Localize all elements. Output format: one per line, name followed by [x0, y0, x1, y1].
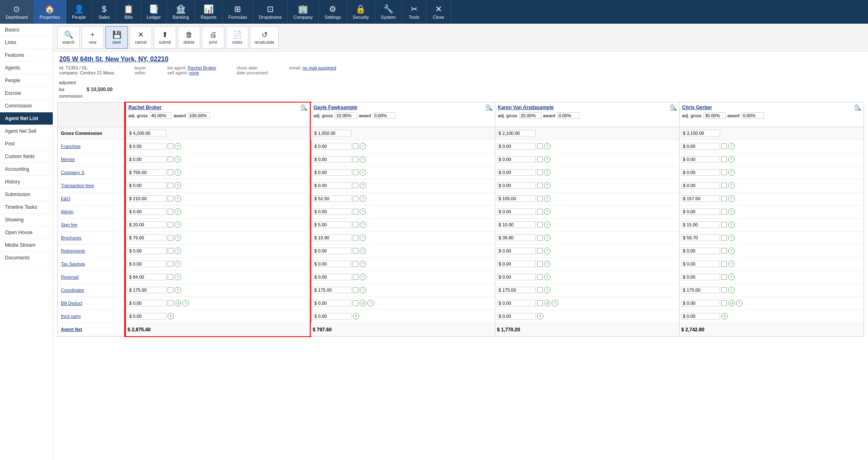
agent-3-admin-input[interactable] — [681, 208, 720, 215]
agent-3-third-party-input[interactable] — [681, 313, 720, 319]
agent-3-reversal-q[interactable]: ? — [728, 274, 735, 280]
agent-3-transaction-check[interactable] — [721, 183, 727, 188]
agent-1-bill-deduct-q[interactable]: ? — [367, 300, 374, 306]
agent-3-mentor-q[interactable]: ? — [728, 156, 735, 163]
agent-3-sign-fee-input[interactable] — [681, 221, 720, 228]
agent-1-eo-input[interactable] — [313, 195, 351, 202]
search-button[interactable]: 🔍 search — [57, 26, 80, 49]
agent-3-brochures-check[interactable] — [721, 235, 727, 241]
sidebar-item-features[interactable]: Features — [0, 49, 53, 62]
agent-0-sign-fee-check[interactable] — [168, 222, 173, 228]
agent-1-coordinator-check[interactable] — [353, 287, 358, 293]
agent-0-bill-deduct-check[interactable] — [168, 300, 173, 306]
agent-0-reversal-q[interactable]: ? — [174, 274, 181, 280]
bill-deduct-label[interactable]: Bill Deduct — [58, 297, 125, 310]
agent-0-award[interactable] — [188, 112, 210, 119]
print-button[interactable]: 🖨 print — [202, 26, 224, 49]
agent-2-company-s-check[interactable] — [537, 170, 543, 175]
agent-1-mentor-input[interactable] — [313, 156, 351, 163]
mentor-label[interactable]: Mentor — [58, 153, 125, 166]
agent-0-third-party-plus[interactable]: + — [168, 313, 174, 319]
agent-2-bill-deduct-q[interactable]: ? — [552, 300, 558, 306]
agent-2-eo-check[interactable] — [537, 196, 543, 201]
agent-2-brochures-check[interactable] — [537, 235, 543, 241]
agent-2-admin-check[interactable] — [537, 209, 543, 214]
agent-1-search-icon[interactable]: 🔍 — [485, 104, 492, 111]
agent-2-tax-savings-input[interactable] — [497, 261, 536, 267]
nav-dropdowns[interactable]: ⊡ Dropdowns — [253, 0, 288, 24]
agent-1-adj-gross[interactable] — [335, 112, 357, 119]
admin-label[interactable]: Admin — [58, 205, 125, 219]
agent-2-bill-deduct-refresh[interactable]: ↺ — [544, 300, 550, 306]
nav-settings[interactable]: ⚙ Settings — [319, 0, 347, 24]
agent-2-reversal-check[interactable] — [537, 274, 543, 280]
agent-0-franchise-input[interactable] — [128, 143, 166, 150]
nav-reports[interactable]: 📊 Reports — [195, 0, 223, 24]
agent-2-tax-savings-q[interactable]: ? — [544, 261, 550, 267]
agent-1-eo-check[interactable] — [353, 196, 358, 201]
agent-2-retirements-input[interactable] — [497, 248, 536, 254]
list-agent-link[interactable]: Rachel Broker — [188, 65, 217, 70]
agent-net-label[interactable]: Agent Net — [58, 323, 125, 336]
agent-1-coordinator-q[interactable]: ? — [360, 287, 366, 293]
agent-0-retirements-q[interactable]: ? — [174, 248, 181, 254]
sidebar-item-basics[interactable]: Basics — [0, 24, 53, 36]
agent-2-franchise-q[interactable]: ? — [544, 143, 550, 150]
coordinator-label[interactable]: Coordinator — [58, 284, 125, 297]
agent-2-sign-fee-input[interactable] — [497, 221, 536, 228]
nav-ledger[interactable]: 📑 Ledger — [141, 0, 167, 24]
notes-button[interactable]: 📄 notes — [226, 26, 248, 49]
agent-2-company-s-input[interactable] — [497, 169, 536, 176]
agent-2-brochures-input[interactable] — [497, 234, 536, 241]
agent-3-coordinator-input[interactable] — [681, 287, 720, 293]
nav-sales[interactable]: $ Sales — [92, 0, 116, 24]
agent-2-coordinator-check[interactable] — [537, 287, 543, 293]
agent-1-mentor-q[interactable]: ? — [360, 156, 366, 163]
agent-1-franchise-q[interactable]: ? — [360, 143, 366, 150]
agent-1-franchise-input[interactable] — [313, 143, 351, 150]
agent-0-company-s-check[interactable] — [168, 170, 173, 175]
agent-0-bill-deduct-input[interactable] — [128, 300, 166, 306]
agent-2-reversal-input[interactable] — [497, 274, 536, 280]
agent-1-name[interactable]: Gayle Fawksample 🔍 — [313, 104, 492, 111]
agent-2-retirements-check[interactable] — [537, 248, 543, 254]
agent-0-sign-fee-q[interactable]: ? — [174, 221, 181, 228]
agent-2-transaction-check[interactable] — [537, 183, 543, 188]
agent-0-retirements-input[interactable] — [128, 248, 166, 254]
agent-3-name[interactable]: Chris Gerber 🔍 — [682, 104, 861, 111]
agent-1-transaction-check[interactable] — [353, 183, 358, 188]
agent-3-bill-deduct-q[interactable]: ? — [736, 300, 743, 306]
agent-0-bill-deduct-q[interactable]: ? — [182, 300, 189, 306]
third-party-label[interactable]: third party — [58, 310, 125, 323]
agent-3-brochures-q[interactable]: ? — [728, 234, 735, 241]
agent-3-company-s-q[interactable]: ? — [728, 169, 735, 176]
agent-1-sign-fee-input[interactable] — [313, 221, 351, 228]
agent-3-tax-savings-q[interactable]: ? — [728, 261, 735, 267]
sell-agent-link[interactable]: none — [189, 70, 199, 75]
agent-1-company-s-check[interactable] — [353, 170, 358, 175]
sidebar-item-commission[interactable]: Commission — [0, 100, 53, 112]
agent-2-gross-input[interactable] — [497, 130, 536, 136]
agent-1-bill-deduct-check[interactable] — [353, 300, 358, 306]
agent-1-brochures-input[interactable] — [313, 234, 351, 241]
email-link[interactable]: no mail assigned — [302, 65, 336, 70]
agent-2-reversal-q[interactable]: ? — [544, 274, 550, 280]
agent-2-third-party-plus[interactable]: + — [537, 313, 544, 319]
agent-0-admin-input[interactable] — [128, 208, 166, 215]
transaction-fees-label[interactable]: Transaction fees — [58, 179, 125, 192]
agent-1-admin-input[interactable] — [313, 208, 351, 215]
eo-label[interactable]: E&O — [58, 192, 125, 205]
agent-1-reversal-q[interactable]: ? — [360, 274, 366, 280]
agent-0-retirements-check[interactable] — [168, 248, 173, 254]
agent-1-transaction-q[interactable]: ? — [360, 182, 366, 189]
agent-1-company-s-input[interactable] — [313, 169, 351, 176]
agent-0-mentor-input[interactable] — [128, 156, 166, 163]
agent-0-sign-fee-input[interactable] — [128, 221, 166, 228]
agent-0-coordinator-check[interactable] — [168, 287, 173, 293]
agent-1-tax-savings-input[interactable] — [313, 261, 351, 267]
agent-0-eo-q[interactable]: ? — [174, 195, 181, 202]
agent-2-eo-input[interactable] — [497, 195, 536, 202]
agent-3-transaction-input[interactable] — [681, 182, 720, 189]
agent-0-brochures-input[interactable] — [128, 234, 166, 241]
brochures-label[interactable]: Brochures — [58, 232, 125, 245]
